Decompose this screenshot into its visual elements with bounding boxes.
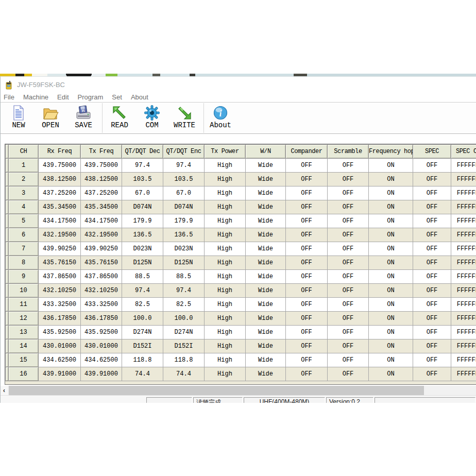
- table-cell[interactable]: 118.8: [163, 353, 205, 367]
- table-cell[interactable]: 437.25200: [81, 186, 122, 200]
- table-cell[interactable]: OFF: [328, 353, 369, 367]
- table-cell[interactable]: High: [205, 228, 246, 242]
- table-cell[interactable]: 439.75000: [81, 159, 122, 173]
- channel-number-cell[interactable]: 13: [9, 326, 39, 339]
- table-cell[interactable]: FFFFFFFF: [451, 326, 476, 339]
- table-cell[interactable]: 437.86500: [81, 270, 122, 284]
- table-cell[interactable]: OFF: [413, 214, 451, 228]
- table-cell[interactable]: 432.10250: [39, 284, 81, 298]
- table-cell[interactable]: High: [205, 284, 246, 298]
- table-cell[interactable]: High: [205, 159, 246, 173]
- table-cell[interactable]: OFF: [328, 339, 369, 353]
- table-cell[interactable]: D274N: [163, 326, 205, 339]
- menu-item-edit[interactable]: Edit: [56, 93, 70, 101]
- table-cell[interactable]: 74.4: [163, 367, 205, 381]
- table-cell[interactable]: 82.5: [122, 298, 163, 312]
- table-cell[interactable]: High: [205, 186, 246, 200]
- table-cell[interactable]: OFF: [328, 270, 369, 284]
- table-cell[interactable]: 433.32500: [39, 298, 81, 312]
- channel-number-cell[interactable]: 7: [9, 242, 39, 256]
- table-cell[interactable]: 439.91000: [39, 367, 81, 381]
- table-cell[interactable]: 434.62500: [39, 353, 81, 367]
- table-cell[interactable]: ON: [369, 214, 413, 228]
- scroll-left-button[interactable]: ‹: [1, 386, 8, 395]
- table-cell[interactable]: FFFFFFFF: [451, 284, 476, 298]
- read-button[interactable]: READ: [106, 105, 133, 129]
- table-cell[interactable]: ON: [369, 159, 413, 173]
- table-cell[interactable]: High: [205, 173, 246, 186]
- table-cell[interactable]: Wide: [246, 284, 286, 298]
- table-cell[interactable]: OFF: [286, 214, 328, 228]
- channel-number-cell[interactable]: 6: [9, 228, 39, 242]
- table-cell[interactable]: 179.9: [163, 214, 205, 228]
- scrollbar-thumb[interactable]: [9, 386, 424, 395]
- channel-number-cell[interactable]: 14: [9, 339, 39, 353]
- table-cell[interactable]: FFFFFFFF: [451, 339, 476, 353]
- table-cell[interactable]: 439.90250: [39, 242, 81, 256]
- table-cell[interactable]: 436.17850: [39, 312, 81, 326]
- table-cell[interactable]: D023N: [163, 242, 205, 256]
- table-cell[interactable]: 430.01000: [81, 339, 122, 353]
- table-cell[interactable]: High: [205, 242, 246, 256]
- table-cell[interactable]: OFF: [286, 186, 328, 200]
- horizontal-scrollbar[interactable]: ‹: [1, 386, 476, 395]
- table-cell[interactable]: FFFFFFFF: [451, 200, 476, 214]
- table-cell[interactable]: OFF: [328, 312, 369, 326]
- table-cell[interactable]: 88.5: [163, 270, 205, 284]
- table-cell[interactable]: High: [205, 326, 246, 339]
- table-cell[interactable]: OFF: [286, 200, 328, 214]
- table-cell[interactable]: Wide: [246, 367, 286, 381]
- table-cell[interactable]: OFF: [413, 173, 451, 186]
- table-cell[interactable]: ON: [369, 326, 413, 339]
- table-cell[interactable]: 136.5: [163, 228, 205, 242]
- menu-item-set[interactable]: Set: [111, 93, 123, 101]
- table-cell[interactable]: FFFFFFFF: [451, 270, 476, 284]
- table-cell[interactable]: OFF: [328, 228, 369, 242]
- table-cell[interactable]: 118.8: [122, 353, 163, 367]
- table-cell[interactable]: FFFFFFFF: [451, 214, 476, 228]
- table-cell[interactable]: OFF: [286, 312, 328, 326]
- table-cell[interactable]: OFF: [286, 284, 328, 298]
- table-cell[interactable]: 434.17500: [39, 214, 81, 228]
- table-cell[interactable]: 439.90250: [81, 242, 122, 256]
- table-cell[interactable]: OFF: [328, 256, 369, 270]
- table-cell[interactable]: ON: [369, 367, 413, 381]
- table-cell[interactable]: FFFFFFFF: [451, 367, 476, 381]
- table-cell[interactable]: OFF: [286, 353, 328, 367]
- new-button[interactable]: NEW: [5, 105, 32, 129]
- table-cell[interactable]: Wide: [246, 200, 286, 214]
- table-cell[interactable]: ON: [369, 312, 413, 326]
- table-cell[interactable]: FFFFFFFF: [451, 159, 476, 173]
- table-cell[interactable]: High: [205, 298, 246, 312]
- open-button[interactable]: OPEN: [37, 105, 64, 129]
- menu-item-file[interactable]: File: [3, 93, 15, 101]
- table-cell[interactable]: D125N: [122, 256, 163, 270]
- table-cell[interactable]: Wide: [246, 312, 286, 326]
- table-cell[interactable]: FFFFFFFF: [451, 256, 476, 270]
- channel-number-cell[interactable]: 1: [9, 159, 39, 173]
- table-cell[interactable]: OFF: [413, 353, 451, 367]
- table-cell[interactable]: 438.12500: [39, 173, 81, 186]
- table-cell[interactable]: 97.4: [122, 159, 163, 173]
- menu-item-program[interactable]: Program: [77, 93, 105, 101]
- table-cell[interactable]: OFF: [286, 270, 328, 284]
- table-cell[interactable]: 438.12500: [81, 173, 122, 186]
- save-button[interactable]: H SAVE: [70, 105, 97, 129]
- table-cell[interactable]: ON: [369, 186, 413, 200]
- table-cell[interactable]: OFF: [328, 284, 369, 298]
- table-cell[interactable]: OFF: [413, 186, 451, 200]
- table-cell[interactable]: FFFFFFFF: [451, 173, 476, 186]
- table-cell[interactable]: Wide: [246, 242, 286, 256]
- table-cell[interactable]: 432.10250: [81, 284, 122, 298]
- table-cell[interactable]: OFF: [286, 256, 328, 270]
- table-cell[interactable]: OFF: [328, 326, 369, 339]
- table-cell[interactable]: OFF: [328, 367, 369, 381]
- table-cell[interactable]: Wide: [246, 159, 286, 173]
- table-cell[interactable]: FFFFFFFF: [451, 312, 476, 326]
- table-cell[interactable]: High: [205, 214, 246, 228]
- table-cell[interactable]: ON: [369, 242, 413, 256]
- table-cell[interactable]: ON: [369, 228, 413, 242]
- table-cell[interactable]: High: [205, 256, 246, 270]
- channel-number-cell[interactable]: 11: [9, 298, 39, 312]
- table-cell[interactable]: 436.17850: [81, 312, 122, 326]
